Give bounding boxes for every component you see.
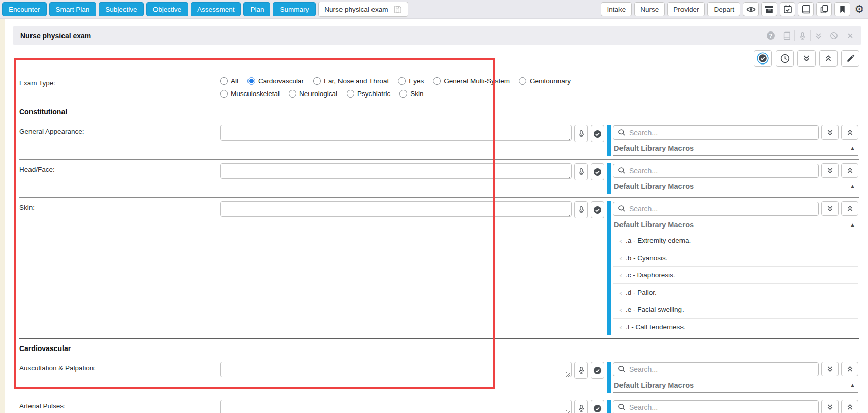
ban-icon[interactable]	[826, 30, 842, 41]
dictate-button[interactable]	[574, 125, 588, 142]
history-button[interactable]	[776, 50, 794, 67]
nav-button-subjective[interactable]: Subjective	[99, 2, 143, 16]
microphone-icon[interactable]	[795, 30, 811, 41]
confirm-normal-button[interactable]	[591, 125, 604, 142]
field-label: Head/Face:	[19, 163, 220, 194]
field-row-skin: Skin: D	[19, 197, 859, 338]
field-row-arterial-pulses: Arterial Pulses:	[19, 396, 859, 413]
eye-icon	[746, 5, 756, 14]
check-circle-icon	[757, 52, 769, 65]
head-face-textarea[interactable]	[220, 163, 572, 179]
collapse-macros-button[interactable]	[841, 362, 858, 376]
expand-macros-button[interactable]	[821, 362, 839, 376]
macro-item-calf-tenderness[interactable]: ‹.f - Calf tenderness.	[613, 319, 858, 335]
titlebar-icon-group: ?	[763, 30, 858, 41]
nav-button-objective[interactable]: Objective	[146, 2, 188, 16]
macro-search-input[interactable]	[629, 205, 814, 213]
top-toolbar: Encounter Smart Plan Subjective Objectiv…	[0, 0, 868, 19]
settings-button[interactable]: ⚙	[853, 2, 866, 16]
nav-button-encounter[interactable]: Encounter	[2, 2, 47, 16]
collapse-macros-button[interactable]	[841, 201, 858, 216]
stage-button-nurse[interactable]: Nurse	[634, 2, 665, 16]
macro-group-header[interactable]: Default Library Macros ▲	[613, 143, 858, 156]
angles-down-icon	[826, 205, 834, 212]
radio-eyes[interactable]: Eyes	[398, 77, 424, 85]
confirm-normal-button[interactable]	[591, 362, 604, 379]
expand-macros-button[interactable]	[821, 163, 839, 178]
archive-button[interactable]	[761, 2, 777, 16]
dictate-button[interactable]	[574, 201, 588, 218]
active-tab-label: Nurse physical exam	[324, 6, 388, 13]
schedule-button[interactable]	[780, 2, 795, 16]
nav-button-smart-plan[interactable]: Smart Plan	[49, 2, 97, 16]
radio-ear-nose-throat[interactable]: Ear, Nose and Throat	[313, 77, 389, 85]
macro-item-pallor[interactable]: ‹.d - Pallor.	[613, 284, 858, 301]
radio-neurological[interactable]: Neurological	[289, 90, 337, 98]
active-tab-nurse-physical-exam[interactable]: Nurse physical exam	[318, 2, 408, 17]
macro-search-input[interactable]	[629, 365, 814, 373]
expand-macros-button[interactable]	[821, 201, 839, 216]
macro-search-input[interactable]	[629, 167, 814, 175]
collapse-panel-icon[interactable]	[811, 30, 826, 41]
macro-search-input[interactable]	[629, 403, 814, 411]
expand-all-sections-button[interactable]	[797, 50, 816, 67]
stage-button-provider[interactable]: Provider	[667, 2, 705, 16]
arterial-pulses-textarea[interactable]	[220, 400, 572, 413]
complete-button[interactable]	[754, 50, 772, 67]
stage-button-depart[interactable]: Depart	[707, 2, 740, 16]
general-appearance-textarea[interactable]	[220, 125, 572, 141]
collapse-macros-button[interactable]	[841, 125, 858, 140]
radio-psychiatric[interactable]: Psychiatric	[347, 90, 390, 98]
radio-genitourinary[interactable]: Genitourinary	[519, 77, 571, 85]
collapse-macros-button[interactable]	[841, 400, 858, 413]
field-label: Auscultation & Palpation:	[19, 362, 220, 393]
close-icon[interactable]	[842, 30, 858, 41]
check-circle-icon	[593, 366, 602, 375]
auscultation-textarea[interactable]	[220, 362, 572, 377]
expand-macros-button[interactable]	[821, 400, 839, 413]
collapse-all-sections-button[interactable]	[819, 50, 838, 67]
macro-item-extremity-edema[interactable]: ‹.a - Extremity edema.	[613, 232, 858, 249]
exam-type-radio-group: All Cardiovascular Ear, Nose and Throat …	[220, 77, 599, 98]
confirm-normal-button[interactable]	[591, 201, 604, 218]
macro-item-cyanosis[interactable]: ‹.b - Cyanosis.	[613, 249, 858, 267]
angles-down-icon	[802, 54, 811, 62]
stage-button-intake[interactable]: Intake	[601, 2, 632, 16]
help-icon[interactable]: ?	[763, 30, 779, 41]
radio-all[interactable]: All	[220, 77, 238, 85]
radio-cardiovascular[interactable]: Cardiovascular	[247, 77, 304, 85]
macro-search-input[interactable]	[629, 129, 814, 137]
collapse-macros-button[interactable]	[841, 163, 858, 178]
chevron-left-icon: ‹	[619, 289, 622, 296]
book-icon[interactable]	[779, 30, 795, 41]
macro-group-header[interactable]: Default Library Macros ▲	[613, 219, 858, 232]
copy-forward-button[interactable]	[816, 2, 832, 16]
confirm-normal-button[interactable]	[591, 400, 604, 413]
microphone-icon	[577, 404, 585, 412]
macro-item-facial-swelling[interactable]: ‹.e - Facial swelling.	[613, 301, 858, 319]
bookmark-button[interactable]	[834, 2, 850, 16]
angles-up-icon	[824, 54, 832, 62]
skin-textarea[interactable]	[220, 201, 572, 217]
radio-skin[interactable]: Skin	[399, 90, 423, 98]
dictate-button[interactable]	[574, 400, 588, 413]
microphone-icon	[577, 206, 585, 214]
expand-macros-button[interactable]	[821, 125, 839, 140]
microphone-icon	[577, 366, 585, 374]
nav-button-assessment[interactable]: Assessment	[191, 2, 241, 16]
nav-button-summary[interactable]: Summary	[273, 2, 316, 16]
dictate-button[interactable]	[574, 163, 588, 180]
confirm-normal-button[interactable]	[591, 163, 604, 180]
edit-button[interactable]	[841, 50, 859, 67]
dictate-button[interactable]	[574, 362, 588, 379]
nav-button-plan[interactable]: Plan	[243, 2, 270, 16]
radio-circle	[313, 77, 321, 85]
library-button[interactable]	[798, 2, 814, 16]
radio-general-multi-system[interactable]: General Multi-System	[433, 77, 510, 85]
macro-group-header[interactable]: Default Library Macros ▲	[613, 379, 858, 393]
preview-button[interactable]	[743, 2, 759, 16]
macro-item-diaphoresis[interactable]: ‹.c - Diaphoresis.	[613, 267, 858, 284]
field-label: Skin:	[19, 201, 220, 335]
macro-group-header[interactable]: Default Library Macros ▲	[613, 181, 858, 194]
radio-musculoskeletal[interactable]: Musculoskeletal	[220, 90, 280, 98]
